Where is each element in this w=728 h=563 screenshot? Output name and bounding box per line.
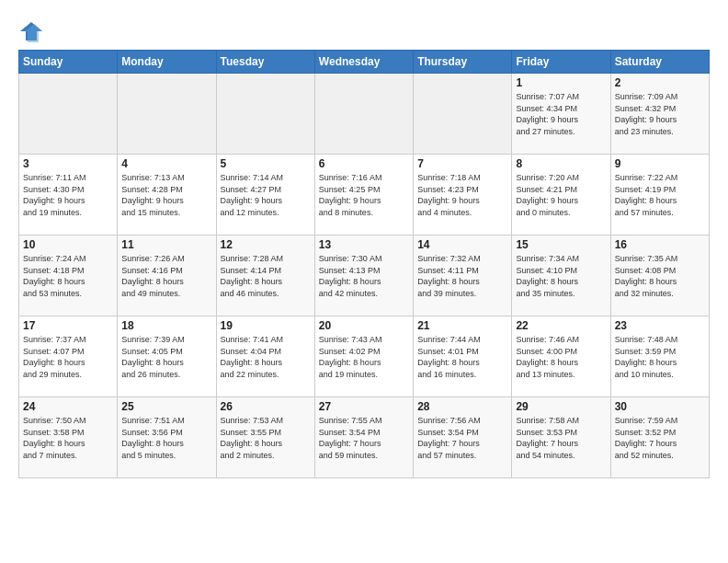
day-info: Sunrise: 7:26 AM Sunset: 4:16 PM Dayligh… (121, 253, 211, 299)
calendar-cell: 16Sunrise: 7:35 AM Sunset: 4:08 PM Dayli… (610, 236, 709, 316)
calendar-cell: 18Sunrise: 7:39 AM Sunset: 4:05 PM Dayli… (118, 316, 216, 397)
page: SundayMondayTuesdayWednesdayThursdayFrid… (0, 0, 728, 563)
day-info: Sunrise: 7:13 AM Sunset: 4:28 PM Dayligh… (121, 172, 211, 218)
day-number: 12 (221, 238, 311, 251)
day-info: Sunrise: 7:55 AM Sunset: 3:54 PM Dayligh… (319, 415, 409, 461)
calendar-cell: 1Sunrise: 7:07 AM Sunset: 4:34 PM Daylig… (512, 74, 610, 155)
weekday-header-tuesday: Tuesday (216, 51, 314, 74)
day-info: Sunrise: 7:46 AM Sunset: 4:00 PM Dayligh… (516, 334, 606, 380)
day-number: 5 (221, 157, 311, 170)
day-number: 17 (23, 319, 113, 332)
day-number: 1 (516, 76, 606, 89)
calendar-cell: 12Sunrise: 7:28 AM Sunset: 4:14 PM Dayli… (216, 236, 314, 316)
calendar-cell: 25Sunrise: 7:51 AM Sunset: 3:56 PM Dayli… (118, 397, 216, 478)
day-info: Sunrise: 7:18 AM Sunset: 4:23 PM Dayligh… (417, 172, 507, 218)
day-number: 4 (121, 157, 211, 170)
calendar-week-5: 24Sunrise: 7:50 AM Sunset: 3:58 PM Dayli… (19, 397, 710, 478)
day-info: Sunrise: 7:39 AM Sunset: 4:05 PM Dayligh… (121, 334, 211, 380)
calendar-cell (216, 74, 314, 155)
weekday-header-sunday: Sunday (19, 51, 118, 74)
calendar-cell: 6Sunrise: 7:16 AM Sunset: 4:25 PM Daylig… (314, 155, 413, 236)
day-info: Sunrise: 7:07 AM Sunset: 4:34 PM Dayligh… (516, 91, 606, 137)
calendar-cell: 3Sunrise: 7:11 AM Sunset: 4:30 PM Daylig… (19, 155, 118, 236)
day-info: Sunrise: 7:44 AM Sunset: 4:01 PM Dayligh… (417, 334, 507, 380)
calendar-cell: 19Sunrise: 7:41 AM Sunset: 4:04 PM Dayli… (216, 316, 314, 397)
day-info: Sunrise: 7:34 AM Sunset: 4:10 PM Dayligh… (516, 253, 606, 299)
calendar-cell: 27Sunrise: 7:55 AM Sunset: 3:54 PM Dayli… (314, 397, 413, 478)
day-number: 15 (516, 238, 606, 251)
calendar-cell: 28Sunrise: 7:56 AM Sunset: 3:54 PM Dayli… (414, 397, 512, 478)
day-number: 9 (615, 157, 705, 170)
day-number: 23 (615, 319, 705, 332)
day-number: 14 (417, 238, 507, 251)
day-number: 10 (23, 238, 113, 251)
day-info: Sunrise: 7:14 AM Sunset: 4:27 PM Dayligh… (221, 172, 311, 218)
day-info: Sunrise: 7:56 AM Sunset: 3:54 PM Dayligh… (417, 415, 507, 461)
day-info: Sunrise: 7:28 AM Sunset: 4:14 PM Dayligh… (221, 253, 311, 299)
day-info: Sunrise: 7:48 AM Sunset: 3:59 PM Dayligh… (615, 334, 705, 380)
day-info: Sunrise: 7:50 AM Sunset: 3:58 PM Dayligh… (23, 415, 113, 461)
day-number: 26 (221, 400, 311, 413)
calendar-cell: 8Sunrise: 7:20 AM Sunset: 4:21 PM Daylig… (512, 155, 610, 236)
calendar-cell: 21Sunrise: 7:44 AM Sunset: 4:01 PM Dayli… (414, 316, 512, 397)
day-info: Sunrise: 7:37 AM Sunset: 4:07 PM Dayligh… (23, 334, 113, 380)
weekday-header-saturday: Saturday (610, 51, 709, 74)
calendar-cell (19, 74, 118, 155)
day-info: Sunrise: 7:43 AM Sunset: 4:02 PM Dayligh… (319, 334, 409, 380)
day-info: Sunrise: 7:24 AM Sunset: 4:18 PM Dayligh… (23, 253, 113, 299)
calendar-cell (414, 74, 512, 155)
calendar-cell (314, 74, 413, 155)
day-info: Sunrise: 7:16 AM Sunset: 4:25 PM Dayligh… (319, 172, 409, 218)
day-number: 8 (516, 157, 606, 170)
day-number: 3 (23, 157, 113, 170)
calendar-cell: 14Sunrise: 7:32 AM Sunset: 4:11 PM Dayli… (414, 236, 512, 316)
calendar-cell: 29Sunrise: 7:58 AM Sunset: 3:53 PM Dayli… (512, 397, 610, 478)
calendar-week-1: 1Sunrise: 7:07 AM Sunset: 4:34 PM Daylig… (19, 74, 710, 155)
day-info: Sunrise: 7:22 AM Sunset: 4:19 PM Dayligh… (615, 172, 705, 218)
calendar-cell: 26Sunrise: 7:53 AM Sunset: 3:55 PM Dayli… (216, 397, 314, 478)
calendar-week-4: 17Sunrise: 7:37 AM Sunset: 4:07 PM Dayli… (19, 316, 710, 397)
day-number: 20 (319, 319, 409, 332)
calendar-cell: 17Sunrise: 7:37 AM Sunset: 4:07 PM Dayli… (19, 316, 118, 397)
calendar-cell: 22Sunrise: 7:46 AM Sunset: 4:00 PM Dayli… (512, 316, 610, 397)
day-info: Sunrise: 7:59 AM Sunset: 3:52 PM Dayligh… (615, 415, 705, 461)
day-number: 19 (221, 319, 311, 332)
day-number: 7 (417, 157, 507, 170)
day-info: Sunrise: 7:53 AM Sunset: 3:55 PM Dayligh… (221, 415, 311, 461)
day-number: 24 (23, 400, 113, 413)
weekday-header-thursday: Thursday (414, 51, 512, 74)
header (18, 15, 710, 44)
weekday-row: SundayMondayTuesdayWednesdayThursdayFrid… (19, 51, 710, 74)
day-number: 13 (319, 238, 409, 251)
day-number: 11 (121, 238, 211, 251)
day-number: 28 (417, 400, 507, 413)
day-number: 30 (615, 400, 705, 413)
calendar-cell: 11Sunrise: 7:26 AM Sunset: 4:16 PM Dayli… (118, 236, 216, 316)
calendar-cell: 23Sunrise: 7:48 AM Sunset: 3:59 PM Dayli… (610, 316, 709, 397)
day-info: Sunrise: 7:35 AM Sunset: 4:08 PM Dayligh… (615, 253, 705, 299)
day-number: 22 (516, 319, 606, 332)
day-info: Sunrise: 7:51 AM Sunset: 3:56 PM Dayligh… (121, 415, 211, 461)
calendar-week-2: 3Sunrise: 7:11 AM Sunset: 4:30 PM Daylig… (19, 155, 710, 236)
day-number: 29 (516, 400, 606, 413)
day-number: 6 (319, 157, 409, 170)
calendar-cell: 30Sunrise: 7:59 AM Sunset: 3:52 PM Dayli… (610, 397, 709, 478)
calendar-cell: 9Sunrise: 7:22 AM Sunset: 4:19 PM Daylig… (610, 155, 709, 236)
calendar-cell: 5Sunrise: 7:14 AM Sunset: 4:27 PM Daylig… (216, 155, 314, 236)
weekday-header-wednesday: Wednesday (314, 51, 413, 74)
weekday-header-monday: Monday (118, 51, 216, 74)
day-info: Sunrise: 7:11 AM Sunset: 4:30 PM Dayligh… (23, 172, 113, 218)
day-info: Sunrise: 7:32 AM Sunset: 4:11 PM Dayligh… (417, 253, 507, 299)
calendar-body: 1Sunrise: 7:07 AM Sunset: 4:34 PM Daylig… (19, 74, 710, 478)
calendar-cell (118, 74, 216, 155)
logo (18, 18, 48, 44)
day-info: Sunrise: 7:09 AM Sunset: 4:32 PM Dayligh… (615, 91, 705, 137)
day-info: Sunrise: 7:41 AM Sunset: 4:04 PM Dayligh… (221, 334, 311, 380)
calendar-header: SundayMondayTuesdayWednesdayThursdayFrid… (19, 51, 710, 74)
calendar-cell: 4Sunrise: 7:13 AM Sunset: 4:28 PM Daylig… (118, 155, 216, 236)
calendar-cell: 13Sunrise: 7:30 AM Sunset: 4:13 PM Dayli… (314, 236, 413, 316)
day-number: 27 (319, 400, 409, 413)
calendar-cell: 10Sunrise: 7:24 AM Sunset: 4:18 PM Dayli… (19, 236, 118, 316)
calendar-week-3: 10Sunrise: 7:24 AM Sunset: 4:18 PM Dayli… (19, 236, 710, 316)
calendar-cell: 15Sunrise: 7:34 AM Sunset: 4:10 PM Dayli… (512, 236, 610, 316)
